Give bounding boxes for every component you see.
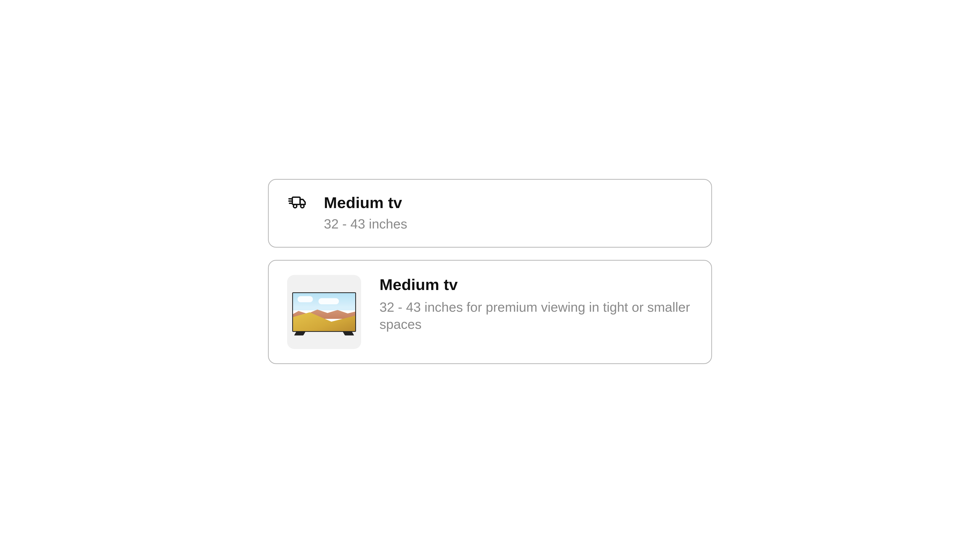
card-text: Medium tv 32 - 43 inches — [324, 194, 407, 233]
card-subtitle: 32 - 43 inches — [324, 215, 407, 233]
card-subtitle: 32 - 43 inches for premium viewing in ti… — [380, 299, 691, 333]
option-card-medium-tv-icon[interactable]: Medium tv 32 - 43 inches — [268, 179, 712, 248]
option-card-medium-tv-image[interactable]: Medium tv 32 - 43 inches for premium vie… — [268, 260, 712, 364]
tv-thumbnail — [287, 275, 361, 349]
svg-point-2 — [301, 204, 304, 207]
svg-rect-0 — [292, 197, 300, 204]
card-text: Medium tv 32 - 43 inches for premium vie… — [380, 275, 691, 333]
card-title: Medium tv — [380, 276, 691, 293]
svg-point-1 — [293, 204, 297, 207]
card-title: Medium tv — [324, 194, 407, 212]
truck-fast-icon — [287, 194, 307, 209]
card-stack: Medium tv 32 - 43 inches Medium tv 32 - … — [268, 179, 712, 364]
